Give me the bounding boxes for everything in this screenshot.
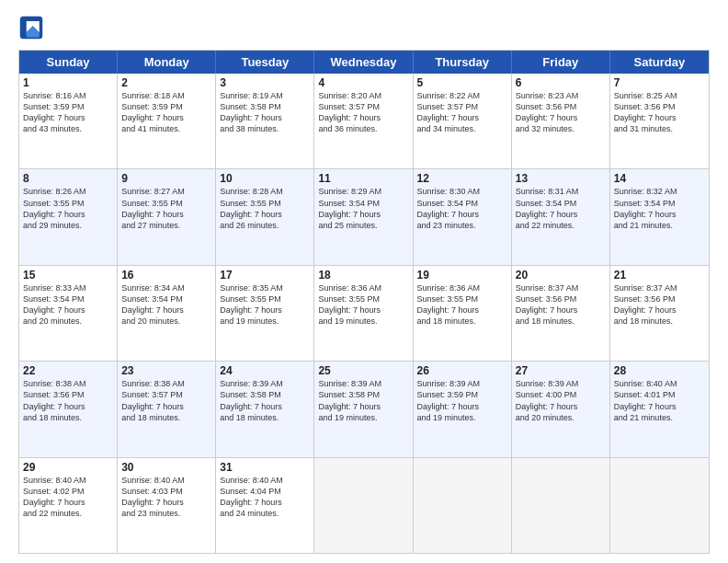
cell-text: Sunset: 3:55 PM <box>220 198 310 209</box>
calendar-cell: 9Sunrise: 8:27 AMSunset: 3:55 PMDaylight… <box>118 169 216 264</box>
weekday-header: Thursday <box>414 51 512 74</box>
cell-text: Sunrise: 8:40 AM <box>23 475 113 486</box>
cell-text: Sunset: 3:57 PM <box>417 101 507 112</box>
cell-text: Daylight: 7 hours <box>318 112 408 123</box>
cell-text: Sunset: 3:57 PM <box>318 101 408 112</box>
cell-text: and 41 minutes. <box>121 123 211 134</box>
day-number: 18 <box>318 269 408 282</box>
cell-text: Sunrise: 8:16 AM <box>23 90 113 101</box>
cell-text: Sunset: 3:55 PM <box>417 293 507 304</box>
cell-text: Daylight: 7 hours <box>220 112 310 123</box>
cell-text: Sunset: 3:55 PM <box>121 198 211 209</box>
cell-text: Sunrise: 8:20 AM <box>318 90 408 101</box>
cell-text: Sunset: 3:56 PM <box>516 101 606 112</box>
cell-text: Sunrise: 8:37 AM <box>516 282 606 293</box>
cell-text: Sunset: 4:00 PM <box>516 389 606 400</box>
cell-text: Daylight: 7 hours <box>220 304 310 316</box>
cell-text: Sunset: 3:56 PM <box>23 389 113 400</box>
cell-text: Daylight: 7 hours <box>516 401 606 412</box>
day-number: 7 <box>614 76 705 89</box>
cell-text: Sunrise: 8:36 AM <box>318 282 408 293</box>
day-number: 3 <box>220 76 310 89</box>
logo-icon <box>18 15 44 40</box>
day-number: 13 <box>516 172 606 185</box>
cell-text: Sunset: 3:58 PM <box>318 389 408 400</box>
calendar-cell <box>414 458 512 553</box>
cell-text: and 24 minutes. <box>220 508 310 519</box>
cell-text: Sunset: 3:55 PM <box>23 198 113 209</box>
cell-text: Sunset: 4:04 PM <box>220 486 310 497</box>
day-number: 17 <box>220 269 310 282</box>
day-number: 10 <box>220 172 310 185</box>
calendar-cell: 31Sunrise: 8:40 AMSunset: 4:04 PMDayligh… <box>216 458 314 553</box>
cell-text: Sunrise: 8:30 AM <box>417 186 507 197</box>
cell-text: Daylight: 7 hours <box>516 112 606 123</box>
cell-text: Sunset: 3:54 PM <box>516 198 606 209</box>
cell-text: Daylight: 7 hours <box>121 497 211 508</box>
cell-text: and 20 minutes. <box>23 316 113 327</box>
cell-text: Daylight: 7 hours <box>516 209 606 220</box>
calendar-cell: 19Sunrise: 8:36 AMSunset: 3:55 PMDayligh… <box>414 266 512 361</box>
day-number: 12 <box>417 172 507 185</box>
page: SundayMondayTuesdayWednesdayThursdayFrid… <box>0 0 728 563</box>
cell-text: Sunrise: 8:40 AM <box>614 378 705 389</box>
cell-text: Sunrise: 8:37 AM <box>614 282 705 293</box>
weekday-header: Tuesday <box>216 51 314 74</box>
weekday-header: Friday <box>512 51 610 74</box>
cell-text: Sunrise: 8:35 AM <box>220 282 310 293</box>
calendar-cell: 12Sunrise: 8:30 AMSunset: 3:54 PMDayligh… <box>414 169 512 264</box>
cell-text: and 18 minutes. <box>220 412 310 423</box>
cell-text: Sunset: 3:54 PM <box>23 293 113 304</box>
cell-text: Sunrise: 8:33 AM <box>23 282 113 293</box>
calendar-row: 22Sunrise: 8:38 AMSunset: 3:56 PMDayligh… <box>19 361 709 456</box>
cell-text: Sunrise: 8:29 AM <box>318 186 408 197</box>
calendar-cell: 22Sunrise: 8:38 AMSunset: 3:56 PMDayligh… <box>19 362 118 456</box>
cell-text: Sunset: 3:56 PM <box>516 293 606 304</box>
day-number: 26 <box>417 364 507 377</box>
cell-text: Sunset: 3:59 PM <box>121 101 211 112</box>
calendar-cell: 5Sunrise: 8:22 AMSunset: 3:57 PMDaylight… <box>414 74 512 168</box>
day-number: 19 <box>417 269 507 282</box>
weekday-header: Monday <box>118 51 216 74</box>
cell-text: Sunset: 3:56 PM <box>614 293 705 304</box>
cell-text: Sunrise: 8:39 AM <box>417 378 507 389</box>
calendar-cell: 16Sunrise: 8:34 AMSunset: 3:54 PMDayligh… <box>118 266 216 361</box>
calendar-cell <box>314 458 413 553</box>
cell-text: Sunset: 3:56 PM <box>614 101 705 112</box>
cell-text: Sunset: 3:54 PM <box>121 293 211 304</box>
cell-text: Sunrise: 8:38 AM <box>121 378 211 389</box>
cell-text: Daylight: 7 hours <box>220 209 310 220</box>
calendar-cell <box>512 458 610 553</box>
cell-text: Daylight: 7 hours <box>23 304 113 316</box>
day-number: 23 <box>121 364 211 377</box>
day-number: 28 <box>614 364 705 377</box>
cell-text: and 22 minutes. <box>516 220 606 231</box>
cell-text: Sunset: 4:02 PM <box>23 486 113 497</box>
day-number: 15 <box>23 269 113 282</box>
day-number: 22 <box>23 364 113 377</box>
cell-text: Sunrise: 8:25 AM <box>614 90 705 101</box>
logo <box>18 15 46 40</box>
cell-text: and 18 minutes. <box>614 316 705 327</box>
cell-text: Daylight: 7 hours <box>318 401 408 412</box>
cell-text: and 43 minutes. <box>23 123 113 134</box>
cell-text: Sunrise: 8:40 AM <box>121 475 211 486</box>
calendar-cell: 29Sunrise: 8:40 AMSunset: 4:02 PMDayligh… <box>19 458 118 553</box>
cell-text: Daylight: 7 hours <box>121 112 211 123</box>
calendar-cell: 28Sunrise: 8:40 AMSunset: 4:01 PMDayligh… <box>610 362 709 456</box>
cell-text: Daylight: 7 hours <box>417 112 507 123</box>
cell-text: Sunset: 3:58 PM <box>220 389 310 400</box>
cell-text: Sunrise: 8:39 AM <box>318 378 408 389</box>
cell-text: and 23 minutes. <box>417 220 507 231</box>
calendar-cell: 13Sunrise: 8:31 AMSunset: 3:54 PMDayligh… <box>512 169 610 264</box>
calendar-cell: 3Sunrise: 8:19 AMSunset: 3:58 PMDaylight… <box>216 74 314 168</box>
cell-text: and 29 minutes. <box>23 220 113 231</box>
cell-text: Sunset: 3:55 PM <box>318 293 408 304</box>
calendar-cell: 14Sunrise: 8:32 AMSunset: 3:54 PMDayligh… <box>610 169 709 264</box>
cell-text: Daylight: 7 hours <box>417 209 507 220</box>
cell-text: Daylight: 7 hours <box>417 304 507 316</box>
cell-text: Sunrise: 8:39 AM <box>220 378 310 389</box>
weekday-header: Saturday <box>610 51 709 74</box>
calendar-cell: 25Sunrise: 8:39 AMSunset: 3:58 PMDayligh… <box>314 362 413 456</box>
calendar-row: 15Sunrise: 8:33 AMSunset: 3:54 PMDayligh… <box>19 265 709 361</box>
